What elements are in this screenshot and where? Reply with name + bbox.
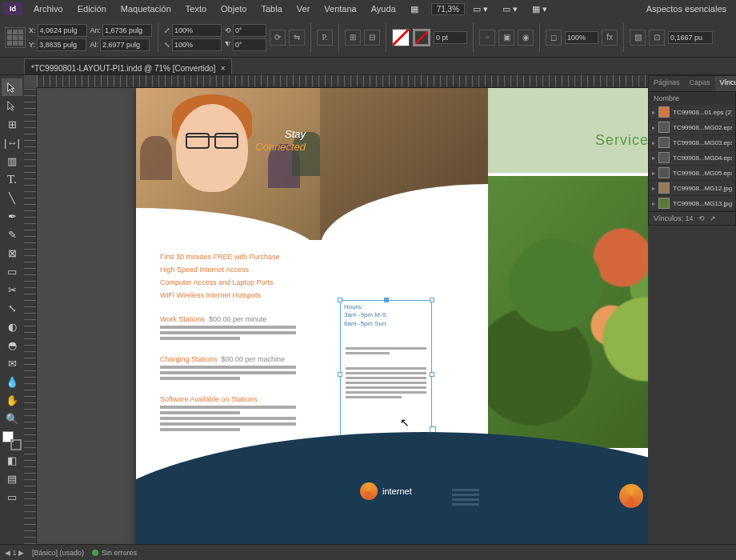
workspace-switcher[interactable]: Aspectos esenciales <box>640 4 733 14</box>
rotate-cw-icon[interactable]: ⟳ <box>270 30 286 46</box>
menu-maquetacion[interactable]: Maquetación <box>114 4 178 14</box>
tab-capas[interactable]: Capas <box>685 76 715 91</box>
direct-selection-tool[interactable] <box>2 97 22 114</box>
wrap-bbox-icon[interactable]: ▣ <box>498 30 514 46</box>
menu-archivo[interactable]: Archivo <box>27 4 70 14</box>
note-tool[interactable]: ✉ <box>2 354 22 372</box>
page-tool[interactable]: ⊞ <box>2 115 22 133</box>
relink-icon[interactable]: ⟲ <box>698 214 705 222</box>
menu-ayuda[interactable]: Ayuda <box>365 4 402 14</box>
disclosure-icon[interactable]: ▸ <box>652 185 655 192</box>
wrap-shape-icon[interactable]: ◉ <box>518 30 534 46</box>
arrange-icon[interactable]: ▦ ▾ <box>526 4 554 14</box>
document-page: Stay Connected First 30 minutes FREE wit… <box>136 88 648 544</box>
stroke-weight-input[interactable] <box>434 31 467 44</box>
drop-shadow-icon[interactable]: ▧ <box>630 30 646 46</box>
x-input[interactable] <box>38 24 87 37</box>
scale-x-input[interactable] <box>172 24 222 37</box>
disclosure-icon[interactable]: ▸ <box>652 200 655 207</box>
goto-link-icon[interactable]: ↗ <box>710 214 716 222</box>
fx-value-input[interactable] <box>668 31 713 44</box>
close-icon[interactable]: × <box>221 64 226 73</box>
rectangle-tool[interactable]: ▭ <box>2 262 22 280</box>
disclosure-icon[interactable]: ▸ <box>652 139 655 146</box>
view-mode-icon[interactable]: ▭ ▾ <box>466 4 494 14</box>
w-input[interactable] <box>102 24 152 37</box>
horizontal-ruler[interactable] <box>37 75 648 88</box>
menu-ventana[interactable]: Ventana <box>318 4 362 14</box>
zoom-tool[interactable]: 🔍 <box>2 410 22 427</box>
vertical-ruler[interactable] <box>24 88 37 544</box>
link-row[interactable]: ▸TC99908...MG04.eps <box>649 150 735 166</box>
wrap-none-icon[interactable]: ▫ <box>479 30 495 46</box>
tab-vinculos[interactable]: Vínculos <box>715 76 736 91</box>
tab-title: *TC9990801-LAYOUT-PI1.indd @ 71% [Conver… <box>31 64 216 73</box>
content-collector-tool[interactable]: ▥ <box>2 152 22 170</box>
y-input[interactable] <box>37 38 86 51</box>
link-row[interactable]: ▸TC99908...MG05.eps <box>649 166 735 181</box>
hours-line-2: 6am -5pm Sun <box>344 320 428 328</box>
hand-tool[interactable]: ✋ <box>2 391 22 409</box>
disclosure-icon[interactable]: ▸ <box>652 170 655 177</box>
scale-y-input[interactable] <box>172 38 222 51</box>
object-style-status[interactable]: [Básico] (usado) <box>32 549 84 557</box>
flip-h-icon[interactable]: ⇋ <box>289 30 305 46</box>
link-name: TC99908...MG04.eps <box>673 154 732 162</box>
disclosure-icon[interactable]: ▸ <box>652 154 655 162</box>
menu-objeto[interactable]: Objeto <box>214 4 253 14</box>
menu-edicion[interactable]: Edición <box>71 4 113 14</box>
gradient-feather-tool[interactable]: ◓ <box>2 336 22 354</box>
h-input[interactable] <box>100 38 150 51</box>
apply-color-icon[interactable]: ◧ <box>2 451 22 469</box>
link-row[interactable]: ▸TC99908...MG12.jpg <box>649 181 735 196</box>
gap-tool[interactable]: |↔| <box>2 134 22 151</box>
canvas[interactable]: Stay Connected First 30 minutes FREE wit… <box>24 75 648 544</box>
stroke-swatch[interactable] <box>413 29 430 46</box>
effects-icon[interactable]: fx <box>602 30 618 46</box>
corner-options-icon[interactable]: ◻ <box>546 30 562 46</box>
selection-tool[interactable] <box>2 78 22 96</box>
select-content-icon[interactable]: ⊞ <box>345 30 361 46</box>
menu-ver[interactable]: Ver <box>290 4 317 14</box>
eyedropper-tool[interactable]: 💧 <box>2 373 22 390</box>
bridge-icon[interactable]: ▦ <box>404 4 425 14</box>
rotate-input[interactable] <box>233 24 266 37</box>
footer-lines <box>452 489 479 506</box>
menubar: Id Archivo Edición Maquetación Texto Obj… <box>0 0 736 18</box>
fill-swatch[interactable] <box>392 29 410 46</box>
preflight-status[interactable]: Sin errores <box>102 549 137 557</box>
screen-mode-icon[interactable]: ▭ ▾ <box>496 4 524 14</box>
pencil-tool[interactable]: ✎ <box>2 226 22 243</box>
link-row[interactable]: ▸TC99908...MG03.eps <box>649 135 735 150</box>
reference-point-grid[interactable] <box>5 27 26 48</box>
opacity-input[interactable] <box>565 31 598 44</box>
service-menu-title: Service Menu <box>595 132 648 149</box>
link-row[interactable]: ▸TC99908...MG13.jpg <box>649 196 735 211</box>
links-header: Nombre <box>649 92 735 105</box>
select-container-icon[interactable]: ⊟ <box>364 30 380 46</box>
tab-document[interactable]: *TC9990801-LAYOUT-PI1.indd @ 71% [Conver… <box>24 58 232 74</box>
zoom-level-input[interactable]: 71,3% <box>431 3 465 15</box>
pen-tool[interactable]: ✒ <box>2 207 22 225</box>
type-tool[interactable]: T. <box>2 170 22 188</box>
line-tool[interactable]: ╲ <box>2 189 22 206</box>
screen-mode-toggle[interactable]: ▭ <box>2 488 22 506</box>
disclosure-icon[interactable]: ▸ <box>652 124 655 131</box>
menu-tabla[interactable]: Tabla <box>254 4 288 14</box>
link-row[interactable]: ▸TC99908...MG02.eps <box>649 120 735 135</box>
fitting-icon[interactable]: ⊡ <box>649 30 665 46</box>
tab-paginas[interactable]: Páginas <box>649 76 685 91</box>
gradient-swatch-tool[interactable]: ◐ <box>2 318 22 335</box>
page-nav[interactable]: ◀ 1 ▶ <box>5 549 24 557</box>
free-transform-tool[interactable]: ⤡ <box>2 299 22 317</box>
shear-input[interactable] <box>233 38 266 51</box>
preflight-ok-icon <box>92 550 98 556</box>
char-panel-icon[interactable]: P. <box>317 30 333 46</box>
scissors-tool[interactable]: ✂ <box>2 281 22 298</box>
disclosure-icon[interactable]: ▸ <box>652 109 655 116</box>
menu-texto[interactable]: Texto <box>179 4 213 14</box>
link-row[interactable]: ▸TC99908...01.eps (2) <box>649 105 735 120</box>
apply-gradient-icon[interactable]: ▤ <box>2 470 22 487</box>
fill-stroke-indicator[interactable] <box>2 431 22 450</box>
rectangle-frame-tool[interactable]: ⊠ <box>2 244 22 262</box>
